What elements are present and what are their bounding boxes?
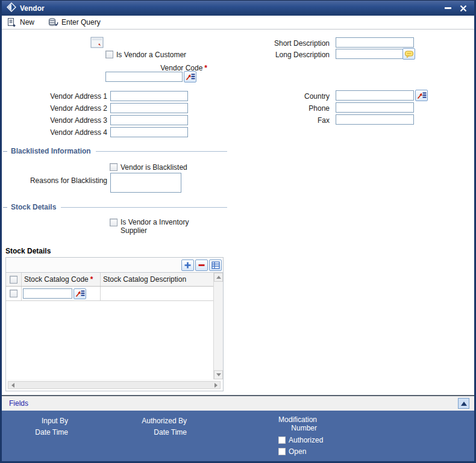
fields-link[interactable]: Fields xyxy=(9,399,28,408)
is-vendor-customer-label: Is Vendor a Customer xyxy=(116,51,186,59)
stock-section-header: Stock Details xyxy=(2,203,227,211)
vendor-code-input[interactable] xyxy=(105,72,183,82)
section-dash xyxy=(3,207,7,208)
stock-details-grid-title: Stock Details xyxy=(5,247,51,255)
section-rule xyxy=(96,151,227,152)
vendor-address3-label: Vendor Address 3 xyxy=(9,116,107,125)
plus-icon xyxy=(184,261,192,269)
form-window-icon xyxy=(90,37,104,48)
toolbar: New Enter Query xyxy=(2,16,474,30)
grid-horizontal-scrollbar[interactable] xyxy=(8,381,221,389)
vendor-window: Vendor New Enter Query xyxy=(0,0,476,463)
grid-single-view-button[interactable] xyxy=(209,259,222,271)
is-inventory-supplier-label: Is Vendor a Inventory Supplier xyxy=(121,218,196,235)
vendor-address2-label: Vendor Address 2 xyxy=(9,104,107,113)
scroll-right-button[interactable] xyxy=(211,382,220,388)
open-checkbox[interactable] xyxy=(278,448,286,455)
grid-select-all-cell xyxy=(6,273,22,286)
stock-catalog-code-input[interactable] xyxy=(23,288,72,299)
vendor-address1-input[interactable] xyxy=(110,91,188,101)
lov-icon xyxy=(185,72,195,81)
window-diamond-icon xyxy=(7,2,16,14)
grid-vertical-scrollbar[interactable] xyxy=(213,273,223,379)
grid-select-all-checkbox[interactable] xyxy=(10,276,17,284)
stock-section-title: Stock Details xyxy=(11,203,56,211)
scroll-up-button[interactable] xyxy=(214,273,223,282)
vendor-address1-label: Vendor Address 1 xyxy=(9,92,107,101)
grid-table: Stock Catalog Code* Stock Catalog Descri… xyxy=(6,273,213,379)
grid-row-checkbox[interactable] xyxy=(10,290,17,297)
phone-label: Phone xyxy=(238,104,330,113)
minimize-icon xyxy=(445,7,451,9)
minus-icon xyxy=(198,261,205,269)
country-lov-button[interactable] xyxy=(415,90,428,101)
blacklisted-section-title: Blacklisted Information xyxy=(11,147,91,155)
short-description-input[interactable] xyxy=(336,37,414,48)
vendor-is-blacklisted-label: Vendor is Blacklisted xyxy=(121,163,187,172)
scroll-left-button[interactable] xyxy=(8,382,17,388)
authorized-checkbox-label: Authorized xyxy=(289,436,323,444)
long-description-label: Long Description xyxy=(238,51,330,59)
grid-header-row: Stock Catalog Code* Stock Catalog Descri… xyxy=(6,273,213,287)
vendor-is-blacklisted-checkbox[interactable] xyxy=(110,163,117,171)
enter-query-button[interactable]: Enter Query xyxy=(48,17,101,27)
grid-header-stock-catalog-code: Stock Catalog Code* xyxy=(22,273,101,286)
collapse-up-button[interactable] xyxy=(458,398,469,409)
minimize-button[interactable] xyxy=(442,3,454,14)
grid-body-wrap: Stock Catalog Code* Stock Catalog Descri… xyxy=(6,272,223,379)
vendor-address2-input[interactable] xyxy=(110,103,188,113)
scroll-down-button[interactable] xyxy=(214,370,223,379)
authorized-date-time-label: Date Time xyxy=(101,428,187,437)
section-dash xyxy=(3,151,7,152)
form-area: Is Vendor a Customer Vendor Code* Short … xyxy=(2,30,474,395)
window-title: Vendor xyxy=(20,4,438,13)
phone-input[interactable] xyxy=(336,102,414,113)
reasons-for-blacklisting-label: Reasons for Blacklisting xyxy=(9,176,107,185)
arrow-down-icon xyxy=(216,373,221,376)
is-inventory-supplier-checkbox[interactable] xyxy=(110,219,117,226)
short-description-label: Short Description xyxy=(238,39,330,48)
title-bar: Vendor xyxy=(2,0,474,16)
stock-details-grid: Stock Catalog Code* Stock Catalog Descri… xyxy=(5,257,224,391)
new-button-label: New xyxy=(20,18,34,26)
is-vendor-customer-checkbox[interactable] xyxy=(105,51,113,58)
blacklisted-section-header: Blacklisted Information xyxy=(2,147,227,155)
vendor-address3-input[interactable] xyxy=(110,115,188,125)
vendor-code-lov-button[interactable] xyxy=(184,71,196,82)
vendor-address4-label: Vendor Address 4 xyxy=(9,128,107,137)
form-window-button[interactable] xyxy=(90,37,104,50)
lov-icon xyxy=(75,289,85,298)
table-icon xyxy=(211,261,220,269)
arrow-up-icon xyxy=(216,276,221,279)
speech-bubble-icon xyxy=(404,50,414,58)
country-input[interactable] xyxy=(336,90,414,101)
authorized-checkbox-row: Authorized xyxy=(278,436,323,444)
grid-row-description-cell xyxy=(101,287,213,300)
fields-bar: Fields xyxy=(2,395,474,411)
stock-catalog-code-lov-button[interactable] xyxy=(74,288,86,299)
long-description-editor-button[interactable] xyxy=(402,48,415,60)
grid-delete-row-button[interactable] xyxy=(195,259,208,271)
vendor-code-required-marker: * xyxy=(204,64,207,72)
footer: Input By Date Time Authorized By Date Ti… xyxy=(2,411,474,461)
authorized-by-label: Authorized By xyxy=(101,417,187,425)
grid-header-stock-catalog-description: Stock Catalog Description xyxy=(101,273,213,286)
new-document-icon xyxy=(7,17,17,27)
grid-code-required-marker: * xyxy=(90,275,93,284)
open-checkbox-label: Open xyxy=(289,447,306,456)
arrow-left-icon xyxy=(11,383,14,388)
grid-row-code-cell xyxy=(22,287,101,300)
input-by-label: Input By xyxy=(11,417,68,425)
enter-query-database-icon xyxy=(48,17,58,27)
grid-add-row-button[interactable] xyxy=(181,259,194,271)
vendor-address4-input[interactable] xyxy=(110,127,188,137)
open-checkbox-row: Open xyxy=(278,447,306,456)
grid-row-select-cell xyxy=(6,287,22,300)
reasons-for-blacklisting-textarea[interactable] xyxy=(110,173,181,193)
close-icon xyxy=(460,5,467,12)
authorized-checkbox[interactable] xyxy=(278,437,286,444)
new-button[interactable]: New xyxy=(7,17,34,27)
close-button[interactable] xyxy=(457,3,469,14)
fax-input[interactable] xyxy=(336,114,414,125)
grid-data-row[interactable] xyxy=(6,287,213,301)
